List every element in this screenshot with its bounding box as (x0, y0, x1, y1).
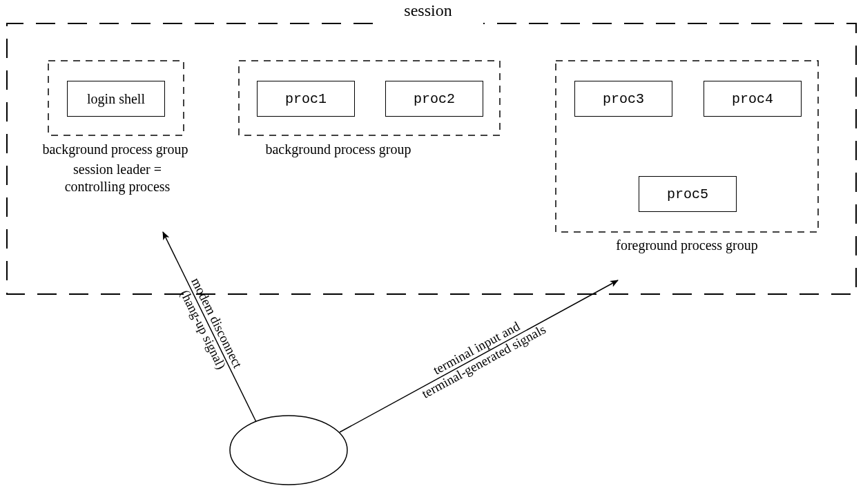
fg-group-label: foreground process group (559, 237, 815, 254)
arrow-io-label-2: terminal-generated signals (419, 322, 548, 401)
process-proc2: proc2 (385, 81, 483, 117)
arrow-io-label-1: terminal input and (431, 318, 523, 377)
arrow-hangup (163, 232, 256, 422)
diagram-canvas: session login shell proc1 proc2 proc3 pr… (0, 0, 863, 504)
process-proc5: proc5 (639, 176, 737, 212)
arrow-hangup-label-2: (hang-up signal) (177, 287, 229, 371)
bg1-group-label: background process group (15, 141, 215, 158)
process-login-shell: login shell (67, 81, 165, 117)
bg2-group-label: background process group (238, 141, 438, 158)
session-title: session (359, 0, 497, 21)
controlling-terminal-label: controlling terminal (240, 433, 336, 466)
bg1-group-sublabel: session leader = controlling process (38, 161, 197, 195)
process-proc1: proc1 (257, 81, 355, 117)
process-proc3: proc3 (574, 81, 672, 117)
arrow-terminal-io (340, 280, 618, 432)
process-proc4: proc4 (704, 81, 802, 117)
arrow-hangup-label-1: modem disconnect (188, 275, 245, 371)
